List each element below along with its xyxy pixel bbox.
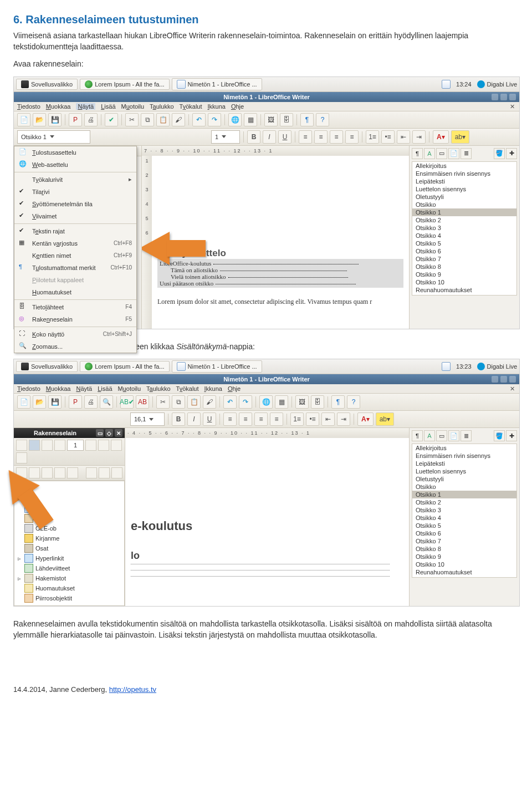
style-item[interactable]: Ensimmäisen rivin sisennys [412, 452, 516, 460]
nav-moveup-button[interactable] [54, 467, 65, 478]
menu-file[interactable]: Tiedosto [17, 103, 40, 110]
align-center-button[interactable]: ≡ [239, 412, 252, 426]
menu-edit[interactable]: Muokkaa [46, 385, 71, 392]
spellcheck-button[interactable]: ✔ [105, 113, 118, 126]
maximize-button[interactable] [500, 94, 507, 100]
paragraph-style-combo[interactable]: Otsikko 1 [17, 130, 90, 144]
menu-edit[interactable]: Muokkaa [46, 103, 71, 110]
fontsize-combo[interactable]: 1 [211, 130, 240, 144]
style-item[interactable]: Riippuva sisennys [412, 576, 516, 578]
save-button[interactable]: 💾 [48, 113, 62, 126]
view-fullscreen[interactable]: ⛶Koko näyttöCtrl+Shift+J [14, 328, 136, 340]
align-left-button[interactable]: ≡ [299, 130, 312, 144]
view-field-shading[interactable]: ▦Kentän varjostusCtrl+F8 [14, 237, 136, 249]
document-close-icon[interactable]: ✕ [510, 385, 515, 393]
navigator-tree-item[interactable]: Piirrosobjektit [17, 593, 122, 603]
style-item[interactable]: Otsikko 6 [412, 247, 516, 255]
undo-button[interactable]: ↶ [223, 395, 237, 409]
view-nonprinting[interactable]: ¶Tulostumattomat merkitCtrl+F10 [14, 262, 136, 274]
view-datasource[interactable]: 🗄TietolähteetF4 [14, 301, 136, 313]
maximize-button[interactable] [500, 376, 507, 383]
align-justify-button[interactable]: ≡ [270, 412, 283, 426]
style-item[interactable]: Allekirjoitus [412, 444, 516, 452]
table-button[interactable]: ▦ [275, 395, 288, 409]
style-item[interactable]: Otsikko 9 [412, 271, 516, 278]
font-color-button[interactable]: A▾ [357, 412, 374, 426]
hyperlink-button[interactable]: 🌐 [228, 113, 242, 126]
save-button[interactable]: 💾 [48, 395, 62, 409]
style-item[interactable]: Leipäteksti [412, 177, 516, 185]
italic-button[interactable]: I [187, 412, 201, 426]
style-item[interactable]: Luettelon sisennys [412, 185, 516, 193]
style-item[interactable]: Otsikko [412, 483, 516, 491]
paste-button[interactable]: 📋 [156, 113, 170, 126]
view-print-layout[interactable]: 📄Tulostusasettelu [14, 146, 136, 159]
style-item[interactable]: Otsikko 10 [412, 561, 516, 568]
close-window-button[interactable] [509, 376, 516, 383]
char-styles-button[interactable]: A [424, 430, 435, 441]
style-item[interactable]: Otsikko 3 [412, 506, 516, 514]
close-window-button[interactable] [509, 94, 516, 100]
frame-styles-button[interactable]: ▭ [436, 430, 447, 441]
open-button[interactable]: 📂 [33, 395, 46, 409]
hyperlink-button[interactable]: 🌐 [259, 395, 273, 409]
list-styles-button[interactable]: ≣ [461, 430, 472, 441]
style-item[interactable]: Otsikko [412, 201, 516, 208]
style-item[interactable]: Otsikko 6 [412, 529, 516, 537]
style-item[interactable]: Otsikko 2 [412, 216, 516, 224]
increase-indent-button[interactable]: ⇥ [337, 412, 350, 426]
bold-button[interactable]: B [247, 130, 260, 144]
highlight-button[interactable]: ab▾ [376, 412, 394, 426]
menu-table[interactable]: Taulukko [150, 103, 173, 110]
taskbar-tab-browser-2[interactable]: Lorem Ipsum - All the fa... [80, 361, 169, 372]
style-item[interactable]: Otsikko 10 [412, 278, 516, 286]
new-doc-button[interactable]: 📄 [17, 113, 30, 126]
style-item[interactable]: Otsikko 9 [412, 553, 516, 561]
style-item[interactable]: Otsikko 7 [412, 537, 516, 545]
increase-indent-button[interactable]: ⇥ [412, 130, 426, 144]
app-menu-button-2[interactable]: Sovellusvalikko [16, 361, 78, 372]
menu-file[interactable]: Tiedosto [17, 385, 40, 392]
highlight-button[interactable]: ab▾ [451, 130, 469, 144]
style-item[interactable]: Leipäteksti [412, 460, 516, 467]
nav-header-button[interactable] [85, 440, 96, 451]
align-right-button[interactable]: ≡ [254, 412, 268, 426]
menu-help[interactable]: Ohje [231, 103, 244, 110]
fill-format-button[interactable]: 🪣 [494, 430, 505, 441]
style-item[interactable]: Riippuva sisennys [412, 294, 516, 296]
view-hidden-paragraphs[interactable]: Piilotetut kappaleet [14, 274, 136, 286]
redo-button[interactable]: ↷ [208, 113, 221, 126]
font-color-button[interactable]: A▾ [433, 130, 449, 144]
new-style-button[interactable]: ✚ [506, 148, 517, 159]
style-item[interactable]: Oletustyyli [412, 193, 516, 201]
style-item[interactable]: Otsikko 5 [412, 522, 516, 529]
menu-table[interactable]: Taulukko [146, 385, 170, 392]
minimize-button[interactable] [492, 376, 498, 383]
export-pdf-button[interactable]: P [69, 113, 82, 126]
navigator-tree-item[interactable]: Kirjanme [17, 533, 122, 543]
underline-button[interactable]: U [278, 130, 291, 144]
navigator-tree-item[interactable]: Huomautukset [17, 583, 122, 593]
nav-toggle-button[interactable] [16, 440, 27, 451]
nav-drag-button[interactable] [86, 467, 97, 478]
menu-window[interactable]: Ikkuna [208, 103, 226, 110]
style-item[interactable]: Allekirjoitus [412, 162, 516, 170]
print-button[interactable]: 🖨 [84, 395, 98, 409]
menu-format[interactable]: Muotoilu [118, 385, 141, 392]
print-button[interactable]: 🖨 [84, 113, 98, 126]
style-item[interactable]: Luettelon sisennys [412, 467, 516, 475]
spellcheck-button[interactable]: AB✔ [120, 395, 134, 409]
style-item[interactable]: Reunahuomautukset [412, 568, 516, 576]
style-item[interactable]: Otsikko 5 [412, 240, 516, 247]
menu-insert[interactable]: Lisää [98, 385, 112, 392]
format-paint-button[interactable]: 🖌 [203, 395, 216, 409]
navigator-tree-item[interactable]: Lähdeviitteet [17, 563, 122, 573]
view-ime-status[interactable]: Syöttömenetelmän tila [14, 198, 136, 210]
style-item[interactable]: Otsikko 2 [412, 498, 516, 506]
nav-promote-chapter-button[interactable] [99, 467, 110, 478]
table-button[interactable]: ▦ [244, 113, 257, 126]
taskbar-tab-writer[interactable]: Nimetön 1 - LibreOffice ... [172, 78, 262, 90]
nonprinting-button[interactable]: ¶ [300, 113, 314, 126]
view-text-bounds[interactable]: Tekstin rajat [14, 225, 136, 237]
style-item[interactable]: Otsikko 8 [412, 263, 516, 271]
